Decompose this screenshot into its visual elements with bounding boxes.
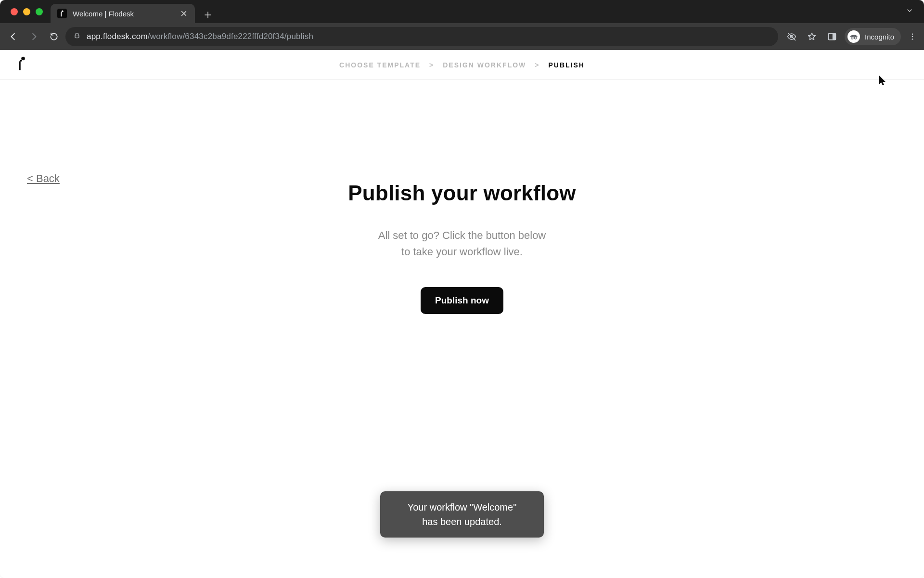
main-content: Publish your workflow All set to go? Cli… (348, 181, 576, 314)
browser-toolbar: app.flodesk.com/workflow/6343c2ba9dfe222… (0, 23, 924, 50)
step-choose-template[interactable]: CHOOSE TEMPLATE (339, 61, 421, 69)
address-url: app.flodesk.com/workflow/6343c2ba9dfe222… (87, 32, 313, 41)
subtitle-line-2: to take your workflow live. (401, 246, 523, 258)
close-icon (180, 10, 187, 17)
incognito-avatar-icon (847, 30, 860, 43)
back-link[interactable]: < Back (27, 172, 60, 185)
svg-point-7 (912, 33, 913, 35)
app-header: CHOOSE TEMPLATE > DESIGN WORKFLOW > PUBL… (0, 50, 924, 80)
svg-point-6 (854, 37, 857, 39)
address-bar[interactable]: app.flodesk.com/workflow/6343c2ba9dfe222… (65, 27, 778, 46)
window-maximize-icon[interactable] (36, 8, 43, 15)
incognito-label: Incognito (865, 33, 894, 41)
address-url-host: app.flodesk.com (87, 32, 148, 41)
panel-icon (827, 32, 837, 41)
eye-off-icon (787, 32, 796, 41)
page-subtitle: All set to go? Click the button below to… (348, 227, 576, 260)
nav-back-button[interactable] (5, 28, 22, 45)
kebab-icon (908, 32, 917, 41)
tabstrip: Welcome | Flodesk (0, 0, 924, 23)
publish-now-button[interactable]: Publish now (421, 287, 503, 314)
tab-favicon-icon (57, 9, 67, 18)
side-panel-button[interactable] (824, 29, 840, 44)
nav-forward-button[interactable] (25, 28, 42, 45)
lock-icon (73, 32, 81, 41)
toast-line-2: has been updated. (422, 516, 502, 527)
toast-line-1: Your workflow "Welcome" (408, 502, 517, 512)
plus-icon (204, 11, 212, 19)
window-minimize-icon[interactable] (23, 8, 30, 15)
svg-point-8 (912, 36, 913, 38)
breadcrumb-separator-icon: > (429, 61, 434, 69)
page-title: Publish your workflow (348, 181, 576, 205)
tab-title: Welcome | Flodesk (73, 10, 174, 18)
window-close-icon[interactable] (11, 8, 18, 15)
star-icon (807, 32, 817, 41)
svg-point-9 (912, 39, 913, 40)
svg-point-5 (851, 37, 853, 39)
window-controls (4, 8, 51, 15)
arrow-right-icon (28, 31, 39, 42)
browser-tab[interactable]: Welcome | Flodesk (51, 4, 195, 23)
toast: Your workflow "Welcome" has been updated… (380, 491, 544, 538)
svg-rect-1 (75, 35, 79, 38)
brand-logo[interactable] (17, 56, 26, 73)
tracking-protection-button[interactable] (784, 29, 799, 44)
tabs-overflow-button[interactable] (906, 8, 913, 16)
wizard-steps: CHOOSE TEMPLATE > DESIGN WORKFLOW > PUBL… (339, 61, 585, 69)
chevron-down-icon (906, 7, 913, 14)
breadcrumb-separator-icon: > (535, 61, 539, 69)
address-url-path: /workflow/6343c2ba9dfe222fffd20f34/publi… (148, 32, 313, 41)
tabstrip-right (906, 7, 920, 16)
reload-icon (49, 32, 59, 41)
flodesk-logo-icon (17, 56, 26, 71)
step-design-workflow[interactable]: DESIGN WORKFLOW (443, 61, 526, 69)
tab-close-button[interactable] (180, 9, 188, 18)
arrow-left-icon (8, 31, 19, 42)
flodesk-f-glyph-icon (59, 10, 65, 17)
bookmark-button[interactable] (804, 29, 820, 44)
tabs: Welcome | Flodesk (51, 0, 906, 23)
app: CHOOSE TEMPLATE > DESIGN WORKFLOW > PUBL… (0, 50, 924, 578)
browser-chrome: Welcome | Flodesk (0, 0, 924, 50)
incognito-chip[interactable]: Incognito (845, 28, 901, 45)
subtitle-line-1: All set to go? Click the button below (378, 229, 546, 241)
browser-menu-button[interactable] (906, 28, 919, 45)
nav-reload-button[interactable] (45, 28, 63, 45)
toolbar-right: Incognito (781, 28, 919, 45)
new-tab-button[interactable] (200, 7, 216, 23)
svg-rect-4 (833, 33, 836, 39)
step-publish[interactable]: PUBLISH (549, 61, 585, 69)
